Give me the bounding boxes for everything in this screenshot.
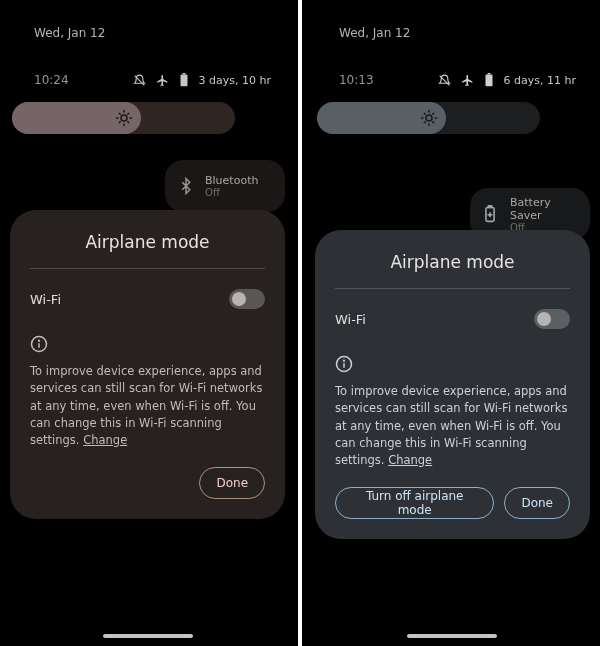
- svg-line-11: [128, 113, 129, 114]
- svg-line-8: [120, 113, 121, 114]
- battery-saver-icon: [482, 205, 500, 223]
- battery-icon: [179, 73, 189, 87]
- date-label: Wed, Jan 12: [339, 26, 410, 40]
- dialog-divider: [335, 288, 570, 289]
- toggle-knob: [537, 312, 551, 326]
- wifi-row: Wi-Fi: [30, 289, 265, 309]
- wifi-toggle[interactable]: [534, 309, 570, 329]
- svg-line-10: [120, 122, 121, 123]
- svg-point-3: [121, 115, 127, 121]
- info-text-body: To improve device experience, apps and s…: [30, 364, 262, 447]
- brightness-icon: [420, 109, 438, 127]
- qs-tile-label: Bluetooth: [205, 174, 258, 187]
- dialog-title: Airplane mode: [335, 252, 570, 272]
- airplane-mode-dialog: Airplane mode Wi-Fi To improve device ex…: [315, 230, 590, 539]
- battery-icon: [484, 73, 494, 87]
- phone-left: Wed, Jan 12 10:24 3 days, 10 hr: [0, 0, 295, 646]
- clock-label: 10:24: [34, 73, 69, 87]
- svg-line-23: [425, 113, 426, 114]
- change-link[interactable]: Change: [388, 453, 432, 467]
- brightness-fill: [12, 102, 141, 134]
- wifi-toggle[interactable]: [229, 289, 265, 309]
- svg-rect-28: [488, 206, 491, 208]
- turn-off-airplane-button[interactable]: Turn off airplane mode: [335, 487, 494, 519]
- svg-point-33: [344, 360, 345, 361]
- wifi-label: Wi-Fi: [335, 312, 366, 327]
- done-button[interactable]: Done: [199, 467, 265, 499]
- qs-tile-sublabel: Off: [205, 187, 258, 198]
- toggle-knob: [232, 292, 246, 306]
- bell-off-icon: [438, 74, 451, 87]
- brightness-fill: [317, 102, 446, 134]
- status-icons: 3 days, 10 hr: [133, 73, 271, 87]
- svg-rect-2: [182, 73, 185, 74]
- bluetooth-icon: [177, 177, 195, 195]
- screenshot-divider: [298, 0, 302, 646]
- airplane-mode-dialog: Airplane mode Wi-Fi To improve device ex…: [10, 210, 285, 519]
- clock-label: 10:13: [339, 73, 374, 87]
- done-button[interactable]: Done: [504, 487, 570, 519]
- status-bar: 10:13 6 days, 11 hr: [339, 72, 576, 88]
- phone-right: Wed, Jan 12 10:13 6 days, 11 hr: [305, 0, 600, 646]
- airplane-icon: [461, 74, 474, 87]
- status-icons: 6 days, 11 hr: [438, 73, 576, 87]
- svg-rect-1: [180, 74, 187, 86]
- qs-tile-bluetooth[interactable]: Bluetooth Off: [165, 160, 285, 212]
- info-text: To improve device experience, apps and s…: [335, 383, 570, 469]
- wifi-label: Wi-Fi: [30, 292, 61, 307]
- svg-line-26: [433, 113, 434, 114]
- battery-text: 6 days, 11 hr: [504, 74, 576, 87]
- change-link[interactable]: Change: [83, 433, 127, 447]
- svg-line-24: [433, 122, 434, 123]
- info-text-body: To improve device experience, apps and s…: [335, 384, 567, 467]
- svg-line-9: [128, 122, 129, 123]
- qs-tile-label: Battery Saver: [510, 196, 578, 222]
- home-indicator[interactable]: [103, 634, 193, 638]
- dialog-title: Airplane mode: [30, 232, 265, 252]
- bell-off-icon: [133, 74, 146, 87]
- svg-rect-17: [487, 73, 490, 74]
- svg-point-14: [39, 340, 40, 341]
- svg-point-18: [426, 115, 432, 121]
- status-bar: 10:24 3 days, 10 hr: [34, 72, 271, 88]
- info-icon: [335, 355, 353, 373]
- svg-rect-16: [485, 74, 492, 86]
- brightness-icon: [115, 109, 133, 127]
- airplane-icon: [156, 74, 169, 87]
- wifi-row: Wi-Fi: [335, 309, 570, 329]
- svg-line-25: [425, 122, 426, 123]
- battery-text: 3 days, 10 hr: [199, 74, 271, 87]
- brightness-slider[interactable]: [317, 102, 540, 134]
- dialog-divider: [30, 268, 265, 269]
- date-label: Wed, Jan 12: [34, 26, 105, 40]
- home-indicator[interactable]: [407, 634, 497, 638]
- info-text: To improve device experience, apps and s…: [30, 363, 265, 449]
- brightness-slider[interactable]: [12, 102, 235, 134]
- info-icon: [30, 335, 48, 353]
